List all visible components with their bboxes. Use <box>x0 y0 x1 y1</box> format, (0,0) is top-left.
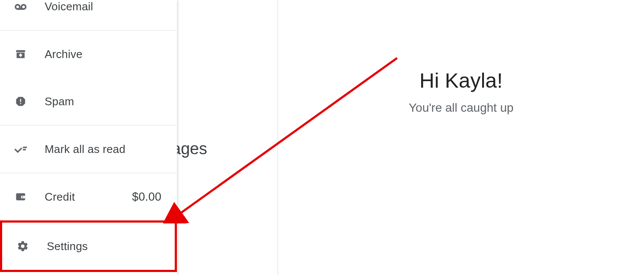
sidebar-item-spam[interactable]: Spam <box>0 78 177 125</box>
greeting-text: Hi Kayla! <box>419 69 503 92</box>
mark-read-icon <box>14 142 27 156</box>
highlight-box: Settings <box>0 220 177 272</box>
sidebar-item-archive[interactable]: Archive <box>0 31 177 78</box>
sidebar-item-settings[interactable]: Settings <box>2 223 175 270</box>
svg-rect-7 <box>20 99 21 102</box>
obscured-text: ages <box>172 140 207 158</box>
sidebar-item-mark-all-read[interactable]: Mark all as read <box>0 125 177 173</box>
main-pane: Hi Kayla! You're all caught up <box>278 0 644 275</box>
gear-icon <box>16 239 30 253</box>
svg-rect-13 <box>22 196 23 197</box>
sidebar-item-voicemail[interactable]: Voicemail <box>0 0 177 30</box>
spam-icon <box>14 95 27 108</box>
archive-icon <box>14 47 27 61</box>
sidebar-item-label: Mark all as read <box>45 143 177 156</box>
svg-rect-3 <box>16 50 25 52</box>
sidebar-item-label: Voicemail <box>45 0 177 13</box>
sidebar-item-label: Credit <box>45 190 132 204</box>
sidebar-item-label: Archive <box>45 48 177 61</box>
svg-rect-12 <box>21 196 25 199</box>
svg-rect-8 <box>20 103 21 104</box>
sidebar: Voicemail Archive Spam Mark all as read … <box>0 0 177 275</box>
column-divider <box>277 0 278 275</box>
wallet-icon <box>14 190 27 204</box>
credit-balance: $0.00 <box>132 190 177 204</box>
sidebar-item-label: Spam <box>45 95 177 108</box>
voicemail-icon <box>14 0 27 14</box>
sidebar-item-credit[interactable]: Credit $0.00 <box>0 173 177 220</box>
status-text: You're all caught up <box>409 101 513 115</box>
sidebar-item-label: Settings <box>47 240 175 253</box>
